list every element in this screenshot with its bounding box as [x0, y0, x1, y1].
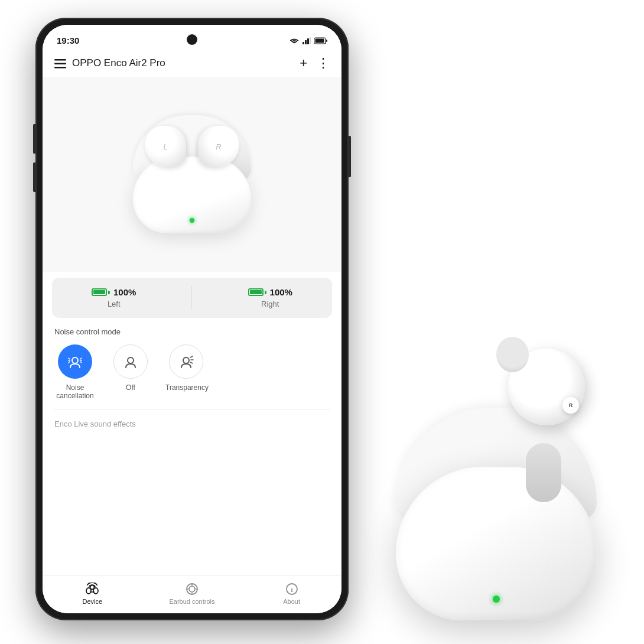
svg-line-19	[190, 356, 193, 357]
earbud-controls-nav-icon	[186, 581, 199, 596]
svg-point-10	[72, 357, 78, 363]
about-nav-label: About	[283, 598, 300, 605]
svg-rect-5	[316, 39, 324, 43]
svg-rect-0	[303, 42, 304, 44]
app-header: OPPO Enco Air2 Pro + ⋮	[43, 51, 341, 77]
product-stem	[526, 443, 561, 502]
earbud-left-label: L	[163, 142, 167, 151]
vol-down-button	[33, 162, 35, 192]
app-screen: 19:30	[43, 25, 341, 613]
svg-line-11	[69, 358, 70, 359]
svg-rect-3	[310, 37, 311, 44]
noise-mode-off[interactable]: Off	[113, 344, 148, 400]
device-nav-icon	[85, 581, 99, 596]
svg-line-14	[80, 358, 82, 359]
svg-point-18	[183, 357, 189, 363]
svg-rect-8	[54, 63, 66, 64]
svg-rect-2	[307, 38, 309, 44]
about-nav-icon: i	[285, 581, 298, 596]
bottom-nav: Device E	[43, 575, 341, 613]
noise-transparency-label: Transparency	[165, 383, 207, 392]
svg-rect-7	[54, 59, 66, 61]
vol-up-button	[33, 124, 35, 154]
noise-mode-cancellation[interactable]: Noise cancellation	[54, 344, 96, 400]
svg-text:i: i	[291, 586, 292, 593]
case-led	[190, 218, 194, 223]
product-led	[493, 596, 500, 603]
signal-icon	[303, 36, 311, 45]
earbud-right-label: R	[216, 142, 221, 151]
battery-left-label: Left	[108, 300, 121, 308]
noise-off-icon	[123, 353, 138, 369]
svg-rect-1	[305, 40, 307, 44]
noise-transparency-icon	[178, 353, 194, 369]
status-icons	[290, 36, 327, 45]
battery-right-label: Right	[261, 300, 279, 308]
nav-earbud-controls[interactable]: Earbud controls	[168, 581, 216, 605]
case-body	[133, 157, 251, 233]
noise-cancellation-icon	[67, 353, 83, 369]
battery-right: 100% Right	[248, 287, 292, 308]
battery-left: 100% Left	[92, 287, 136, 308]
earbud-controls-nav-label: Earbud controls	[169, 598, 214, 605]
svg-rect-6	[326, 40, 327, 42]
svg-line-21	[190, 362, 193, 363]
battery-left-indicator	[92, 288, 110, 296]
earbuds-product-image: R	[337, 337, 620, 620]
noise-modes: Noise cancellation	[54, 344, 330, 400]
svg-point-27	[189, 586, 195, 592]
svg-point-17	[128, 357, 134, 363]
enco-section: Enco Live sound effects	[54, 409, 330, 429]
noise-mode-transparency[interactable]: Transparency	[165, 344, 207, 400]
earbuds-case-image: L R	[127, 115, 257, 233]
phone-shell: 19:30	[35, 18, 349, 620]
device-nav-label: Device	[83, 598, 103, 605]
battery-right-indicator	[248, 288, 266, 296]
svg-line-16	[80, 362, 82, 363]
status-time: 19:30	[57, 35, 79, 45]
enco-label: Enco Live sound effects	[54, 419, 136, 428]
noise-transparency-button[interactable]	[169, 344, 203, 379]
battery-status-icon	[314, 36, 327, 45]
product-earbud-logo: R	[562, 397, 579, 414]
noise-cancellation-button[interactable]	[58, 344, 92, 379]
power-button	[349, 136, 351, 177]
battery-left-pct: 100%	[113, 287, 136, 297]
header-actions: + ⋮	[300, 56, 330, 71]
svg-point-23	[86, 588, 91, 594]
battery-divider	[191, 286, 192, 310]
svg-point-24	[93, 588, 98, 594]
more-button[interactable]: ⋮	[317, 56, 330, 71]
nav-device[interactable]: Device	[69, 581, 116, 605]
menu-icon[interactable]	[54, 57, 66, 70]
battery-info: 100% Left 100% Right	[52, 278, 332, 318]
svg-rect-9	[54, 67, 66, 69]
device-image-area: L R	[43, 77, 341, 272]
camera-notch	[187, 34, 197, 45]
content-area: Noise control mode	[43, 318, 341, 575]
noise-control-label: Noise control mode	[54, 327, 330, 336]
svg-line-13	[69, 362, 70, 363]
battery-right-pct: 100%	[270, 287, 292, 297]
noise-cancellation-label: Noise cancellation	[54, 383, 96, 400]
wifi-icon	[290, 36, 299, 45]
scene: 19:30	[0, 0, 644, 644]
add-button[interactable]: +	[300, 56, 307, 71]
product-ear-tip	[496, 337, 529, 372]
noise-off-button[interactable]	[113, 344, 148, 379]
nav-about[interactable]: i About	[268, 581, 316, 605]
app-title: OPPO Enco Air2 Pro	[72, 57, 294, 69]
product-earbud: R	[490, 337, 609, 514]
noise-off-label: Off	[126, 383, 135, 392]
phone-screen: 19:30	[43, 25, 341, 613]
